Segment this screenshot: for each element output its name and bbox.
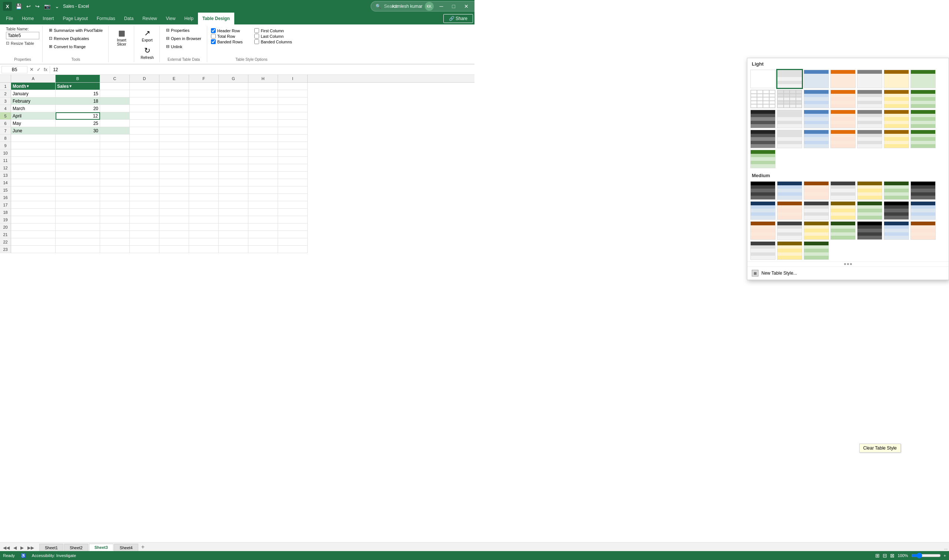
cell-d1[interactable] — [130, 83, 159, 90]
cell-a2[interactable]: January — [11, 90, 55, 97]
total-row-input[interactable] — [211, 34, 216, 38]
tab-insert[interactable]: Insert — [38, 12, 58, 25]
insert-slicer-button[interactable]: ▦ InsertSlicer — [112, 27, 131, 48]
cell-f1[interactable] — [189, 83, 219, 90]
properties-button[interactable]: ⊟ Properties — [163, 27, 204, 34]
cell-f4[interactable] — [189, 105, 219, 112]
col-header-c[interactable]: C — [100, 75, 130, 82]
col-header-h[interactable]: H — [248, 75, 278, 82]
undo-button[interactable]: ↩ — [25, 3, 32, 10]
last-column-checkbox[interactable]: Last Column — [254, 34, 292, 38]
cell-e1[interactable] — [159, 83, 189, 90]
tab-file[interactable]: File — [2, 12, 17, 25]
cell-i4[interactable] — [278, 105, 308, 112]
tab-view[interactable]: View — [161, 12, 180, 25]
tab-table-design[interactable]: Table Design — [198, 12, 234, 25]
cell-c2[interactable] — [100, 90, 130, 97]
cell-i1[interactable] — [278, 83, 308, 90]
cell-g3[interactable] — [219, 97, 248, 105]
cell-g1[interactable] — [219, 83, 248, 90]
tab-page-layout[interactable]: Page Layout — [58, 12, 92, 25]
cell-b6[interactable]: 25 — [55, 120, 100, 127]
cell-c6[interactable] — [100, 120, 130, 127]
last-column-input[interactable] — [254, 34, 259, 38]
unlink-button[interactable]: ⊟ Unlink — [163, 43, 204, 50]
cell-b7[interactable]: 30 — [55, 127, 100, 135]
table-name-input[interactable] — [6, 32, 39, 39]
cell-e7[interactable] — [159, 127, 189, 135]
cell-g5[interactable] — [219, 112, 248, 120]
search-input[interactable] — [384, 4, 475, 9]
customize-qa-button[interactable]: ⌄ — [53, 3, 61, 10]
cell-h5[interactable] — [248, 112, 278, 120]
cell-h6[interactable] — [248, 120, 278, 127]
banded-rows-input[interactable] — [211, 39, 216, 44]
insert-function-icon[interactable]: fx — [43, 66, 48, 73]
cell-a5[interactable]: April — [11, 112, 55, 120]
cell-d4[interactable] — [130, 105, 159, 112]
redo-button[interactable]: ↪ — [34, 3, 41, 10]
total-row-checkbox[interactable]: Total Row — [211, 34, 248, 38]
col-header-i[interactable]: I — [278, 75, 308, 82]
convert-range-button[interactable]: ⊞ Convert to Range — [46, 43, 105, 50]
cell-c3[interactable] — [100, 97, 130, 105]
cell-i7[interactable] — [278, 127, 308, 135]
tab-data[interactable]: Data — [120, 12, 138, 25]
cell-h4[interactable] — [248, 105, 278, 112]
cell-b3[interactable]: 18 — [55, 97, 100, 105]
cell-d7[interactable] — [130, 127, 159, 135]
cell-g7[interactable] — [219, 127, 248, 135]
share-button[interactable]: 🔗 Share — [443, 14, 473, 23]
save-button[interactable]: 💾 — [14, 3, 23, 10]
header-row-checkbox[interactable]: Header Row — [211, 28, 248, 33]
cell-c1[interactable] — [100, 83, 130, 90]
cell-f7[interactable] — [189, 127, 219, 135]
summarize-pivot-button[interactable]: ⊞ Summarize with PivotTable — [46, 27, 105, 34]
col-header-e[interactable]: E — [159, 75, 189, 82]
cell-a4[interactable]: March — [11, 105, 55, 112]
cell-f3[interactable] — [189, 97, 219, 105]
cell-e4[interactable] — [159, 105, 189, 112]
cell-c4[interactable] — [100, 105, 130, 112]
cell-c7[interactable] — [100, 127, 130, 135]
cell-f6[interactable] — [189, 120, 219, 127]
col-header-b[interactable]: B — [55, 75, 100, 82]
cell-d2[interactable] — [130, 90, 159, 97]
cell-a6[interactable]: May — [11, 120, 55, 127]
screenshot-button[interactable]: 📷 — [43, 3, 52, 10]
cell-e3[interactable] — [159, 97, 189, 105]
refresh-button[interactable]: ↻ Refresh — [138, 44, 157, 62]
banded-cols-input[interactable] — [254, 39, 259, 44]
first-column-input[interactable] — [254, 28, 259, 33]
cell-i5[interactable] — [278, 112, 308, 120]
cell-b5[interactable]: 12 — [55, 112, 100, 120]
cell-d3[interactable] — [130, 97, 159, 105]
cell-g4[interactable] — [219, 105, 248, 112]
cell-f5[interactable] — [189, 112, 219, 120]
cell-i6[interactable] — [278, 120, 308, 127]
cell-b2[interactable]: 15 — [55, 90, 100, 97]
resize-table-button[interactable]: ⊡ Resize Table — [6, 41, 34, 46]
tab-review[interactable]: Review — [138, 12, 161, 25]
cell-e2[interactable] — [159, 90, 189, 97]
tab-home[interactable]: Home — [17, 12, 38, 25]
cell-a7[interactable]: June — [11, 127, 55, 135]
cancel-formula-icon[interactable]: ✕ — [29, 66, 34, 73]
cell-f2[interactable] — [189, 90, 219, 97]
cell-g6[interactable] — [219, 120, 248, 127]
header-row-input[interactable] — [211, 28, 216, 33]
cell-a1[interactable]: Month ▼ — [11, 83, 55, 90]
col-header-d[interactable]: D — [130, 75, 159, 82]
cell-c5[interactable] — [100, 112, 130, 120]
first-column-checkbox[interactable]: First Column — [254, 28, 292, 33]
cell-i3[interactable] — [278, 97, 308, 105]
formula-input[interactable] — [52, 66, 473, 73]
col-header-f[interactable]: F — [189, 75, 219, 82]
cell-reference-box[interactable] — [2, 66, 28, 73]
cell-i2[interactable] — [278, 90, 308, 97]
remove-duplicates-button[interactable]: ⊡ Remove Duplicates — [46, 35, 105, 42]
cell-h1[interactable] — [248, 83, 278, 90]
export-button[interactable]: ↗ Export — [138, 27, 157, 44]
cell-h7[interactable] — [248, 127, 278, 135]
open-browser-button[interactable]: ⊟ Open in Browser — [163, 35, 204, 42]
